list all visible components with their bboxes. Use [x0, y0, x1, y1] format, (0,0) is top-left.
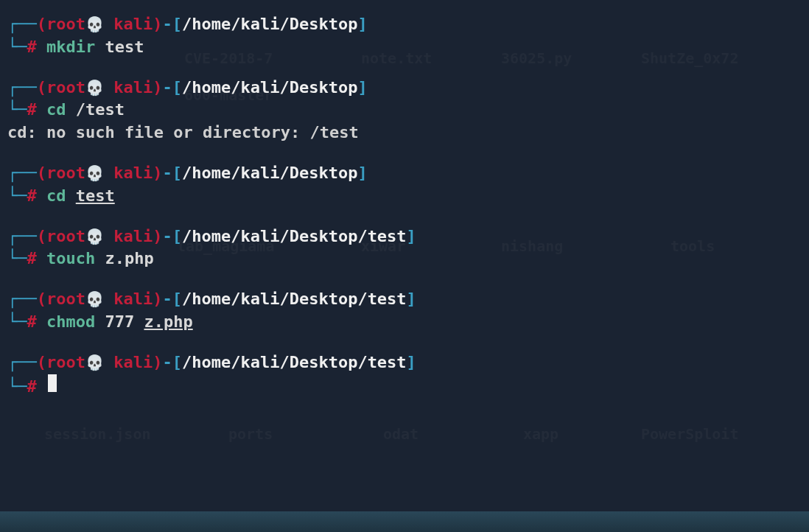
command-output: cd: no such file or directory: /test [7, 122, 802, 144]
paren-open: ( [37, 225, 46, 248]
bracket-close: ] [357, 77, 367, 99]
prompt-host: kali [104, 351, 153, 374]
bracket-close: ] [407, 225, 416, 248]
prompt-hash: # [27, 99, 37, 122]
paren-open: ( [37, 288, 46, 311]
box-corner-icon: ┌── [7, 351, 37, 374]
prompt-path: /home/kali/Desktop [182, 162, 357, 185]
prompt-user: root [46, 351, 85, 374]
command-block: ┌──(root💀 kali)-[/home/kali/Desktop/test… [7, 225, 802, 271]
command-block: ┌──(root💀 kali)-[/home/kali/Desktop/test… [7, 288, 802, 334]
command-line: └─# chmod 777 z.php [7, 311, 802, 334]
command-name: cd [46, 185, 66, 208]
command-block: ┌──(root💀 kali)-[/home/kali/Desktop] └─#… [7, 77, 802, 144]
prompt-path: /home/kali/Desktop/test [182, 351, 407, 374]
prompt-host: kali [104, 162, 153, 185]
command-arg: /test [76, 99, 125, 122]
prompt-user: root [46, 288, 85, 311]
prompt-hash: # [27, 185, 37, 208]
paren-close: ) [153, 13, 162, 36]
box-corner-icon: └─ [7, 36, 27, 59]
command-name: chmod [46, 311, 95, 334]
paren-open: ( [37, 162, 46, 185]
desktop-icon-label: odat [383, 424, 418, 444]
prompt-user: root [46, 77, 85, 99]
prompt-hash: # [27, 36, 37, 59]
prompt-line: ┌──(root💀 kali)-[/home/kali/Desktop] [7, 77, 802, 99]
prompt-hash: # [27, 376, 37, 399]
command-input-line[interactable]: └─# [7, 374, 802, 399]
paren-close: ) [153, 162, 162, 185]
box-corner-icon: ┌── [7, 77, 37, 99]
box-corner-icon: └─ [7, 99, 27, 122]
command-name: cd [46, 99, 66, 122]
bracket-open: [ [172, 13, 182, 36]
bracket-open: [ [172, 162, 182, 185]
dash: - [162, 225, 172, 248]
box-corner-icon: └─ [7, 311, 27, 334]
bracket-open: [ [172, 351, 182, 374]
prompt-line: ┌──(root💀 kali)-[/home/kali/Desktop] [7, 13, 802, 36]
command-arg: test [76, 185, 115, 208]
paren-open: ( [37, 351, 46, 374]
cursor-icon [48, 374, 57, 392]
desktop-icon-label: ports [228, 424, 273, 444]
dash: - [162, 351, 172, 374]
command-line: └─# cd test [7, 185, 802, 208]
prompt-user: root [46, 225, 85, 248]
prompt-host: kali [104, 288, 153, 311]
desktop-icon-label: session.json [44, 424, 151, 444]
dash: - [162, 288, 172, 311]
skull-icon: 💀 [85, 289, 104, 309]
prompt-host: kali [104, 225, 153, 248]
bracket-open: [ [172, 77, 182, 99]
prompt-host: kali [104, 77, 153, 99]
bracket-close: ] [407, 351, 416, 374]
paren-close: ) [153, 77, 162, 99]
prompt-line: ┌──(root💀 kali)-[/home/kali/Desktop] [7, 162, 802, 185]
bracket-open: [ [172, 225, 182, 248]
box-corner-icon: └─ [7, 376, 27, 399]
command-name: mkdir [46, 36, 95, 59]
bracket-close: ] [357, 162, 367, 185]
bracket-close: ] [357, 13, 367, 36]
prompt-path: /home/kali/Desktop/test [182, 225, 407, 248]
command-block: ┌──(root💀 kali)-[/home/kali/Desktop] └─#… [7, 162, 802, 208]
command-arg: z.php [144, 311, 192, 334]
prompt-path: /home/kali/Desktop [182, 77, 357, 99]
dash: - [162, 162, 172, 185]
desktop-icon-label: PowerSploit [641, 424, 738, 444]
box-corner-icon: ┌── [7, 13, 37, 36]
taskbar[interactable] [0, 511, 809, 532]
command-line: └─# touch z.php [7, 248, 802, 270]
command-line: └─# mkdir test [7, 36, 802, 59]
prompt-user: root [46, 162, 85, 185]
dash: - [162, 77, 172, 99]
paren-open: ( [37, 13, 46, 36]
skull-icon: 💀 [85, 352, 104, 373]
command-arg-pre: 777 [105, 311, 144, 334]
box-corner-icon: ┌── [7, 162, 37, 185]
prompt-line: ┌──(root💀 kali)-[/home/kali/Desktop/test… [7, 225, 802, 248]
terminal-output[interactable]: ┌──(root💀 kali)-[/home/kali/Desktop] └─#… [7, 13, 802, 398]
prompt-hash: # [27, 248, 37, 270]
bracket-close: ] [407, 288, 416, 311]
bracket-open: [ [172, 288, 182, 311]
command-name: touch [46, 248, 95, 270]
box-corner-icon: ┌── [7, 288, 37, 311]
command-arg: z.php [105, 248, 153, 270]
dash: - [162, 13, 172, 36]
prompt-line: ┌──(root💀 kali)-[/home/kali/Desktop/test… [7, 351, 802, 374]
box-corner-icon: └─ [7, 248, 27, 270]
desktop-icon-label: xapp [523, 424, 558, 444]
prompt-user: root [46, 13, 85, 36]
command-line: └─# cd /test [7, 99, 802, 122]
box-corner-icon: └─ [7, 185, 27, 208]
paren-close: ) [153, 225, 162, 248]
skull-icon: 💀 [85, 14, 104, 35]
paren-close: ) [153, 351, 162, 374]
prompt-hash: # [27, 311, 37, 334]
prompt-path: /home/kali/Desktop [182, 13, 357, 36]
prompt-line: ┌──(root💀 kali)-[/home/kali/Desktop/test… [7, 288, 802, 311]
prompt-host: kali [104, 13, 153, 36]
